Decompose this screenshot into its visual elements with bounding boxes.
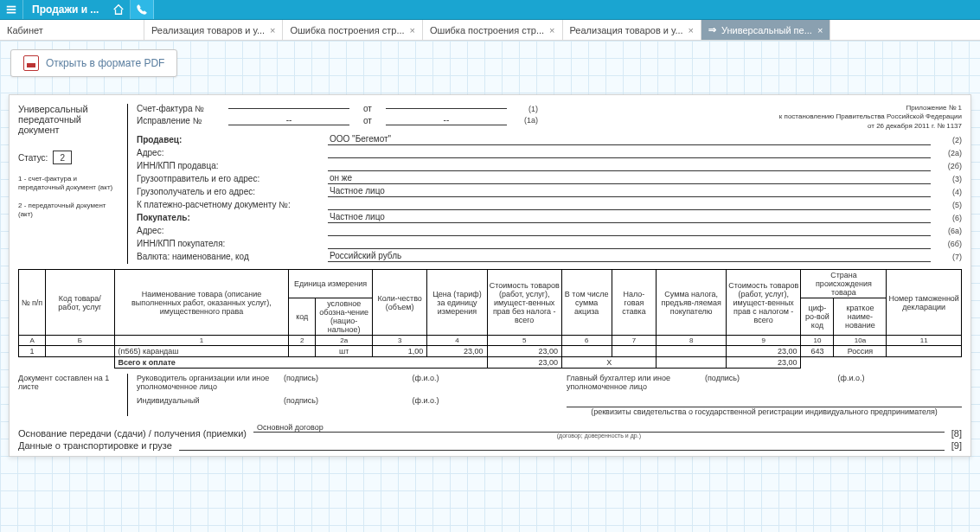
doc-left-column: Универсальный передаточный документ Стат… xyxy=(18,104,127,218)
col-code: 5 xyxy=(487,336,561,346)
tab-label: Ошибка построения стр... xyxy=(290,25,404,35)
doc-type-title: Универсальный передаточный документ xyxy=(18,104,122,135)
col-code: 11 xyxy=(887,336,962,346)
field-num: (3) xyxy=(936,175,962,183)
phone-icon[interactable] xyxy=(131,0,154,19)
tab-error-2[interactable]: Ошибка построения стр...× xyxy=(423,20,563,40)
close-icon[interactable]: × xyxy=(549,25,554,35)
field-num: (7) xyxy=(936,253,962,261)
tab-label: Реализация товаров и у... xyxy=(570,25,683,35)
close-icon[interactable]: × xyxy=(270,25,275,35)
status-note-1: 1 - счет-фактура и передаточный документ… xyxy=(18,175,122,191)
fio-sub: (ф.и.о.) xyxy=(838,374,963,382)
field-label: Валюта: наименование, код xyxy=(137,252,323,261)
manager-label: Руководитель организации или иное уполно… xyxy=(137,374,275,391)
field-label: Адрес: xyxy=(137,148,323,157)
field-label: Грузополучатель и его адрес: xyxy=(137,187,323,196)
col-code: А xyxy=(19,336,46,346)
basis-row-num: [8] xyxy=(951,428,962,439)
field-value xyxy=(328,238,931,249)
tab-cabinet[interactable]: Кабинет xyxy=(0,20,144,40)
fix-no-label: Исправление № xyxy=(137,116,223,125)
tab-universal-pe[interactable]: Универсальный пе...× xyxy=(701,20,830,40)
podpis-sub: (подпись) xyxy=(284,396,404,405)
th-country-code: циф-ро-вой код xyxy=(801,298,834,336)
tab-label: Универсальный пе... xyxy=(721,25,812,35)
field-num: (2а) xyxy=(936,149,962,157)
th-cost-with-tax: Стоимость товаров (работ, услуг), имущес… xyxy=(727,270,801,336)
th-name: Наименование товара (описание выполненны… xyxy=(114,270,289,336)
accountant-label: Главный бухгалтер или иное уполномоченно… xyxy=(567,374,696,391)
status-value-box: 2 xyxy=(53,151,72,164)
field-label: Покупатель: xyxy=(137,213,323,222)
field-label: ИНН/КПП покупателя: xyxy=(137,239,323,248)
tab-realization-2[interactable]: Реализация товаров и у...× xyxy=(563,20,701,40)
topbar: Продажи и ... xyxy=(0,0,980,20)
field-label: Адрес: xyxy=(137,226,323,235)
field-num: (2б) xyxy=(936,162,962,170)
close-icon[interactable]: × xyxy=(689,25,694,35)
table-row: 1(п565) карандашшт1,0023,0023,0023,00643… xyxy=(19,346,962,357)
col-code: Б xyxy=(46,336,115,346)
from-label: от xyxy=(355,116,381,125)
field-value: Частное лицо xyxy=(328,212,931,223)
requisites-line xyxy=(567,396,962,407)
col-code: 3 xyxy=(373,336,427,346)
th-country: Страна происхождения товара xyxy=(801,270,887,298)
field-label: Продавец: xyxy=(137,135,323,144)
tab-error-1[interactable]: Ошибка построения стр...× xyxy=(283,20,423,40)
field-value: ООО "Бегемот" xyxy=(328,134,931,145)
total-x: Х xyxy=(561,357,656,369)
field-num: (5) xyxy=(936,201,962,209)
th-price: Цена (тариф) за единицу измерения xyxy=(427,270,487,336)
th-tax-sum: Сумма налога, предъяв-ляемая покупателю xyxy=(657,270,727,336)
tab-label: Кабинет xyxy=(7,25,43,35)
fix-date-value: -- xyxy=(386,115,507,125)
requisites-note: (реквизиты свидетельства о государственн… xyxy=(567,407,962,416)
invoice-date-value xyxy=(386,108,507,109)
field-label: К платежно-расчетному документу №: xyxy=(137,200,323,209)
tab-bar: Кабинет Реализация товаров и у...× Ошибк… xyxy=(0,20,980,41)
col-code: 10 xyxy=(801,336,834,346)
home-icon[interactable] xyxy=(107,0,131,19)
col-code: 6 xyxy=(561,336,612,346)
total-cost-no-tax: 23,00 xyxy=(487,357,561,369)
th-np: № п/п xyxy=(19,270,46,336)
document-card: Универсальный передаточный документ Стат… xyxy=(9,94,971,457)
invoice-no-label: Счет-фактура № xyxy=(137,104,223,113)
menu-icon[interactable] xyxy=(0,0,23,19)
th-tax-rate: Нало-говая ставка xyxy=(612,270,657,336)
invoice-no-value xyxy=(228,108,349,109)
app-title: Продажи и ... xyxy=(23,3,107,16)
doc-footer: Документ составлен на 1 листе Руководите… xyxy=(18,374,962,416)
col-code: 1 xyxy=(114,336,289,346)
col-code: 8 xyxy=(657,336,727,346)
field-num: (6) xyxy=(936,214,962,222)
field-num: (2) xyxy=(936,136,962,144)
individual-label: Индивидуальный xyxy=(137,396,275,405)
field-num: (6а) xyxy=(936,227,962,235)
th-country-name: краткое наиме-нование xyxy=(834,298,887,336)
total-cost-with-tax: 23,00 xyxy=(727,357,801,369)
field-label: Грузоотправитель и его адрес: xyxy=(137,174,323,183)
th-cost-no-tax: Стоимость товаров (работ, услуг), имущес… xyxy=(487,270,561,336)
col-code: 4 xyxy=(427,336,487,346)
status-note-2: 2 - передаточный документ (акт) xyxy=(18,202,122,218)
field-value: Российский рубль xyxy=(328,251,931,262)
tab-realization-1[interactable]: Реализация товаров и у...× xyxy=(144,20,283,40)
open-pdf-button[interactable]: Открыть в формате PDF xyxy=(10,49,177,77)
field-value: Частное лицо xyxy=(328,186,931,197)
pdf-icon xyxy=(23,55,39,71)
col-code: 7 xyxy=(612,336,657,346)
col-code: 9 xyxy=(727,336,801,346)
th-decl: Номер таможенной декларации xyxy=(887,270,962,336)
th-unit-code: код xyxy=(289,298,316,336)
transport-label: Данные о транспортировке и грузе xyxy=(18,440,172,451)
field-num: (6б) xyxy=(936,240,962,248)
field-label: ИНН/КПП продавца: xyxy=(137,161,323,170)
legal-1: Приложение № 1 xyxy=(737,104,962,112)
close-icon[interactable]: × xyxy=(817,25,823,35)
close-icon[interactable]: × xyxy=(410,25,415,35)
th-unit-name: условное обозна-чение (нацио-нальное) xyxy=(316,298,373,336)
doc-fields: Счет-фактура № от (1) Исправление № -- о… xyxy=(127,104,962,264)
